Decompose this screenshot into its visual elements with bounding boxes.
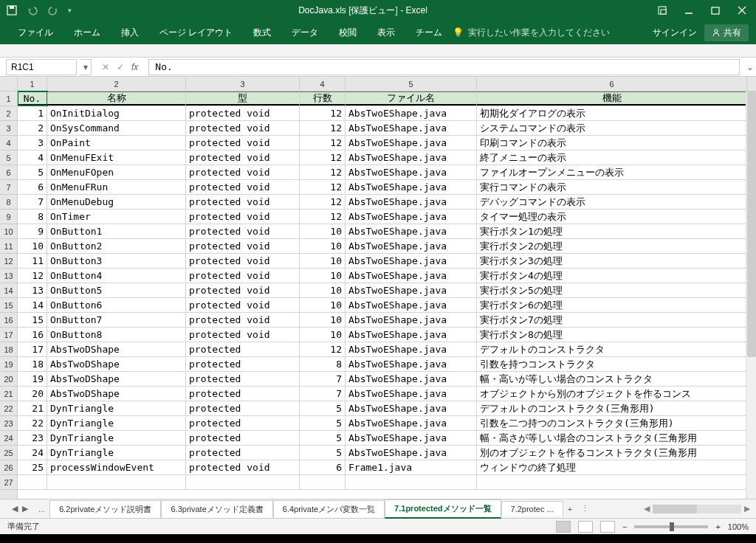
- table-cell[interactable]: 17: [18, 342, 47, 356]
- row-header[interactable]: 2: [0, 106, 17, 121]
- redo-icon[interactable]: [47, 4, 59, 16]
- hscroll-left-icon[interactable]: ◀: [644, 504, 650, 513]
- table-cell[interactable]: AbsTwoEShape.java: [346, 210, 477, 224]
- table-cell[interactable]: OnButton8: [47, 328, 186, 342]
- table-cell[interactable]: protected void: [186, 283, 300, 297]
- ribbon-options-icon[interactable]: [654, 2, 670, 18]
- table-cell[interactable]: 2: [18, 121, 47, 135]
- table-cell[interactable]: AbsTwoEShape.java: [346, 269, 477, 283]
- table-cell[interactable]: AbsTwoEShape.java: [346, 151, 477, 165]
- table-cell[interactable]: protected: [186, 387, 300, 401]
- table-cell[interactable]: 実行ボタン6の処理: [477, 298, 747, 312]
- tab-nav-next-icon[interactable]: ▶: [22, 504, 28, 513]
- table-cell[interactable]: 12: [300, 136, 346, 150]
- table-cell[interactable]: AbsTwoEShape.java: [346, 416, 477, 430]
- table-cell[interactable]: 10: [18, 239, 47, 253]
- table-cell[interactable]: 12: [300, 106, 346, 120]
- table-cell[interactable]: protected void: [186, 106, 300, 120]
- row-header[interactable]: 21: [0, 387, 17, 401]
- tab-view[interactable]: 表示: [367, 27, 405, 39]
- tab-team[interactable]: チーム: [405, 27, 453, 39]
- table-cell[interactable]: 10: [300, 298, 346, 312]
- table-cell[interactable]: 10: [300, 313, 346, 327]
- fx-icon[interactable]: fx: [131, 62, 138, 72]
- table-cell[interactable]: protected void: [186, 210, 300, 224]
- table-cell[interactable]: 実行ボタン4の処理: [477, 269, 747, 283]
- table-cell[interactable]: 23: [18, 431, 47, 445]
- row-header[interactable]: 15: [0, 298, 17, 313]
- row-header[interactable]: 4: [0, 136, 17, 151]
- sheet-tab-3[interactable]: 6.4privateメンバ変数一覧: [273, 500, 385, 518]
- table-header-cell[interactable]: 機能: [477, 91, 747, 106]
- table-cell[interactable]: AbsTwoEShape.java: [346, 239, 477, 253]
- table-cell[interactable]: デフォルトのコンストラクタ(三角形用): [477, 401, 747, 415]
- table-cell[interactable]: [477, 475, 747, 489]
- zoom-slider[interactable]: [634, 525, 708, 528]
- table-cell[interactable]: 5: [300, 401, 346, 415]
- table-header-cell[interactable]: No.: [18, 91, 47, 106]
- table-cell[interactable]: 印刷コマンドの表示: [477, 136, 747, 150]
- table-cell[interactable]: protected void: [186, 313, 300, 327]
- qat-dropdown-icon[interactable]: ▾: [68, 7, 72, 14]
- tab-file[interactable]: ファイル: [7, 27, 63, 39]
- table-cell[interactable]: 10: [300, 283, 346, 297]
- table-cell[interactable]: 別のオブジェクトを作るコンストラクタ(三角形用: [477, 446, 747, 460]
- table-header-cell[interactable]: 行数: [300, 91, 346, 106]
- table-cell[interactable]: AbsTwoEShape.java: [346, 165, 477, 179]
- table-cell[interactable]: 10: [300, 224, 346, 238]
- table-cell[interactable]: 12: [300, 180, 346, 194]
- table-cell[interactable]: 20: [18, 387, 47, 401]
- table-cell[interactable]: protected void: [186, 136, 300, 150]
- scrollbar-thumb[interactable]: [747, 91, 756, 357]
- table-cell[interactable]: 引数を二つ持つのコンストラクタ(三角形用): [477, 416, 747, 430]
- table-cell[interactable]: AbsTwoEShape.java: [346, 195, 477, 209]
- table-cell[interactable]: 5: [18, 165, 47, 179]
- table-cell[interactable]: Frame1.java: [346, 460, 477, 474]
- zoom-out-button[interactable]: −: [622, 522, 627, 531]
- row-header[interactable]: 6: [0, 165, 17, 180]
- table-cell[interactable]: タイマー処理の表示: [477, 210, 747, 224]
- table-cell[interactable]: protected void: [186, 269, 300, 283]
- tab-insert[interactable]: 挿入: [111, 27, 149, 39]
- table-cell[interactable]: [346, 475, 477, 489]
- row-header[interactable]: 25: [0, 446, 17, 460]
- table-cell[interactable]: OnInitDialog: [47, 106, 186, 120]
- row-header[interactable]: 9: [0, 210, 17, 224]
- table-cell[interactable]: 引数を持つコンストラクタ: [477, 357, 747, 371]
- table-cell[interactable]: OnSysCommand: [47, 121, 186, 135]
- row-header[interactable]: 17: [0, 328, 17, 342]
- enter-formula-icon[interactable]: ✓: [117, 62, 124, 72]
- table-cell[interactable]: processWindowEvent: [47, 460, 186, 474]
- row-header[interactable]: 27: [0, 475, 17, 490]
- table-cell[interactable]: 6: [18, 180, 47, 194]
- table-cell[interactable]: 10: [300, 239, 346, 253]
- table-cell[interactable]: AbsTwoEShape.java: [346, 357, 477, 371]
- table-cell[interactable]: 実行ボタン5の処理: [477, 283, 747, 297]
- table-cell[interactable]: 実行ボタン8の処理: [477, 328, 747, 342]
- table-cell[interactable]: DynTriangle: [47, 416, 186, 430]
- table-cell[interactable]: AbsTwoEShape.java: [346, 254, 477, 268]
- table-cell[interactable]: OnButton5: [47, 283, 186, 297]
- table-cell[interactable]: OnMenuFOpen: [47, 165, 186, 179]
- row-header[interactable]: 5: [0, 151, 17, 165]
- tab-formulas[interactable]: 数式: [243, 27, 281, 39]
- cancel-formula-icon[interactable]: ✕: [102, 62, 109, 72]
- table-cell[interactable]: protected: [186, 342, 300, 356]
- table-cell[interactable]: 12: [300, 210, 346, 224]
- sheet-tab-1[interactable]: 6.2privateメソッド説明書: [49, 500, 161, 518]
- signin-link[interactable]: サインイン: [653, 27, 697, 39]
- row-header[interactable]: 13: [0, 269, 17, 283]
- table-cell[interactable]: 12: [18, 269, 47, 283]
- table-cell[interactable]: 21: [18, 401, 47, 415]
- table-cell[interactable]: 12: [300, 121, 346, 135]
- table-cell[interactable]: 6: [300, 460, 346, 474]
- table-cell[interactable]: 22: [18, 416, 47, 430]
- row-header[interactable]: 16: [0, 313, 17, 328]
- table-cell[interactable]: protected: [186, 401, 300, 415]
- table-cell[interactable]: protected void: [186, 195, 300, 209]
- table-cell[interactable]: 12: [300, 151, 346, 165]
- row-header[interactable]: 19: [0, 357, 17, 372]
- table-cell[interactable]: 4: [18, 151, 47, 165]
- table-cell[interactable]: 7: [300, 387, 346, 401]
- row-header[interactable]: 3: [0, 121, 17, 136]
